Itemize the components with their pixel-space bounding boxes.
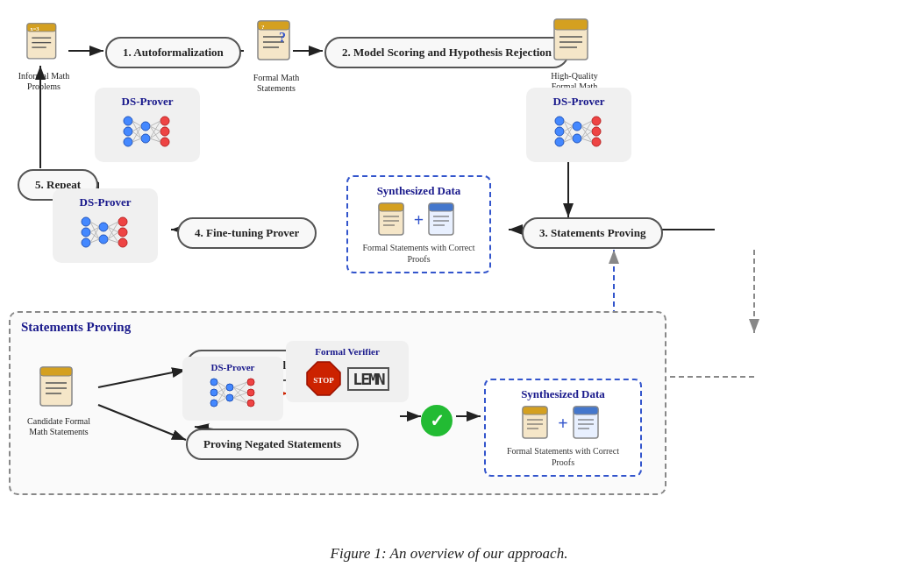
checkmark-circle: ✓ xyxy=(421,405,453,436)
synth-data-mid: Synthesized Data + Formal Statements wit… xyxy=(346,175,491,273)
svg-point-131 xyxy=(247,379,254,386)
svg-point-84 xyxy=(99,223,108,231)
svg-point-62 xyxy=(555,127,564,136)
ds-prover-box-top-1: DS-Prover xyxy=(95,88,200,162)
synth-doc-lower-1 xyxy=(521,405,554,442)
figure-caption: Figure 1: An overview of our approach. xyxy=(0,545,898,563)
svg-point-41 xyxy=(124,117,132,125)
svg-point-129 xyxy=(226,384,233,391)
ds-prover-title-2: DS-Prover xyxy=(537,95,621,109)
lean-logo: LEMN xyxy=(347,367,388,391)
svg-line-52 xyxy=(132,131,141,138)
nn-icon-1 xyxy=(121,112,174,152)
proving-negated-pill: Proving Negated Statements xyxy=(186,429,359,460)
svg-rect-149 xyxy=(523,407,547,414)
svg-point-61 xyxy=(555,117,564,125)
diagram-container: x=3 Informal Math Problems 1. Autoformal… xyxy=(0,0,898,543)
synth-doc-lower-2 xyxy=(572,405,605,442)
synth-doc-icon-mid-1 xyxy=(377,202,410,238)
svg-point-45 xyxy=(141,134,150,143)
svg-point-128 xyxy=(210,400,217,407)
svg-point-46 xyxy=(160,117,169,125)
sp-outer-title: Statements Proving xyxy=(21,320,131,335)
svg-point-47 xyxy=(160,127,169,136)
nn-icon-2 xyxy=(552,112,605,152)
svg-point-67 xyxy=(592,127,601,136)
ds-prover-title-mid: DS-Prover xyxy=(63,195,147,209)
svg-line-79 xyxy=(581,131,592,138)
svg-point-43 xyxy=(124,138,132,146)
model-scoring-pill: 2. Model Scoring and Hypothesis Rejectio… xyxy=(324,37,569,68)
formal-doc-icon: ? ? xyxy=(254,19,298,67)
ds-prover-box-mid: DS-Prover xyxy=(53,188,158,263)
nn-icon-mid xyxy=(79,213,132,252)
svg-rect-154 xyxy=(574,407,598,414)
svg-text:x=3: x=3 xyxy=(31,25,39,32)
formal-verifier-box: Formal Verifier STOP LEMN xyxy=(286,341,409,402)
svg-point-127 xyxy=(210,389,217,396)
svg-point-68 xyxy=(592,138,601,146)
svg-point-86 xyxy=(118,217,127,226)
candidate-formal-label: Candidate Formal Math Statements xyxy=(19,416,98,437)
svg-point-88 xyxy=(118,238,127,247)
synth-doc-icon-mid-2 xyxy=(427,202,460,238)
ds-prover-title-1: DS-Prover xyxy=(105,95,189,109)
svg-rect-102 xyxy=(379,203,403,211)
svg-point-83 xyxy=(82,238,90,247)
svg-point-42 xyxy=(124,127,132,136)
svg-point-133 xyxy=(247,400,254,407)
svg-line-59 xyxy=(150,131,160,138)
svg-point-82 xyxy=(82,228,90,237)
plus-icon-lower: + xyxy=(558,414,567,434)
svg-text:STOP: STOP xyxy=(314,376,335,385)
svg-point-87 xyxy=(118,228,127,237)
candidate-formal-doc: Candidate Formal Math Statements xyxy=(19,365,98,437)
svg-rect-112 xyxy=(40,367,72,376)
plus-icon-mid: + xyxy=(414,210,424,230)
svg-point-130 xyxy=(226,394,233,401)
svg-text:?: ? xyxy=(279,30,286,45)
svg-line-99 xyxy=(108,232,118,239)
svg-point-64 xyxy=(573,122,581,131)
statements-proving-outer: Statements Proving Candidate Formal Math… xyxy=(9,311,666,495)
informal-math-problems: x=3 Informal Math Problems xyxy=(13,22,75,92)
svg-point-48 xyxy=(160,138,169,146)
synth-desc-lower: Formal Statements with Correct Proofs xyxy=(495,445,631,468)
svg-line-119 xyxy=(98,405,186,440)
synth-title-mid: Synthesized Data xyxy=(357,184,481,198)
svg-point-66 xyxy=(592,117,601,125)
hq-doc-icon xyxy=(551,18,599,66)
fine-tuning-pill: 4. Fine-tuning Prover xyxy=(177,217,317,249)
informal-math-label: Informal Math Problems xyxy=(13,71,75,92)
svg-rect-107 xyxy=(429,203,453,211)
formal-math-label: Formal Math Statements xyxy=(246,73,307,94)
ds-prover-inner-title: DS-Prover xyxy=(189,362,276,372)
svg-point-63 xyxy=(555,138,564,146)
synth-data-lower: Synthesized Data + Formal xyxy=(484,379,642,477)
svg-point-126 xyxy=(210,379,217,386)
ds-prover-box-top-2: DS-Prover xyxy=(526,88,631,162)
svg-text:?: ? xyxy=(261,24,265,31)
checkmark-symbol: ✓ xyxy=(430,410,445,431)
candidate-doc-icon xyxy=(37,365,81,411)
svg-line-92 xyxy=(90,232,99,239)
informal-doc-icon: x=3 xyxy=(22,22,66,66)
formal-math-doc: ? ? Formal Math Statements xyxy=(246,19,307,94)
svg-line-72 xyxy=(564,131,573,138)
synth-title-lower: Synthesized Data xyxy=(495,387,631,401)
nn-icon-inner xyxy=(207,375,260,412)
svg-point-132 xyxy=(247,389,254,396)
autoformalization-pill: 1. Autoformalization xyxy=(105,37,241,68)
svg-line-118 xyxy=(98,370,186,387)
svg-point-65 xyxy=(573,134,581,143)
stop-icon: STOP xyxy=(305,360,342,397)
svg-rect-37 xyxy=(554,19,588,30)
svg-point-85 xyxy=(99,235,108,244)
svg-point-81 xyxy=(82,217,90,226)
statements-proving-pill-mid: 3. Statements Proving xyxy=(522,217,663,249)
formal-verifier-label: Formal Verifier xyxy=(293,346,402,357)
svg-point-44 xyxy=(141,122,150,131)
synth-desc-mid: Formal Statements with Correct Proofs xyxy=(357,242,481,265)
ds-prover-inner: DS-Prover xyxy=(182,357,283,421)
